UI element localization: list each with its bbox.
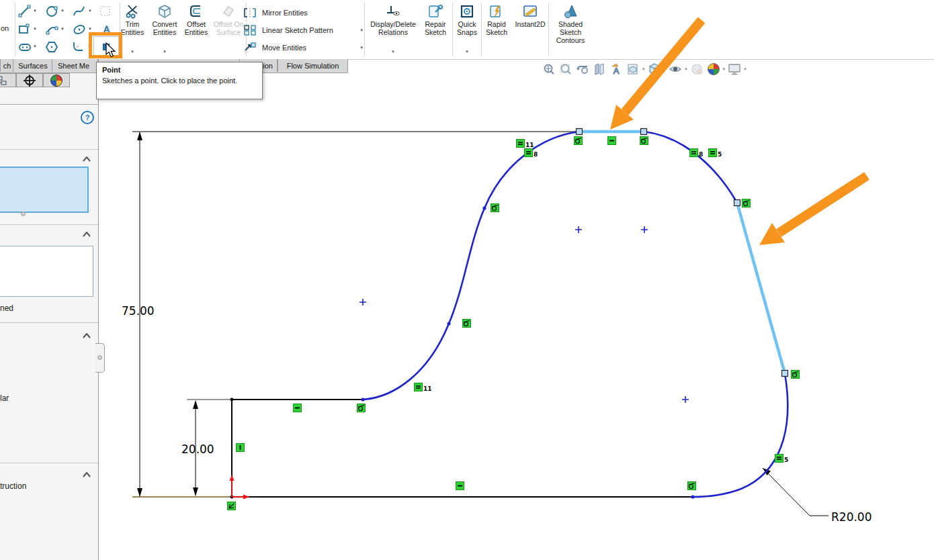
relation-badge-tangent[interactable] [357,404,366,412]
section-view-icon[interactable] [592,62,607,77]
spline-tool-dropdown[interactable]: ▾ [87,8,93,13]
hide-show-annotations-icon[interactable]: A [609,62,624,77]
view-selector-dropdown[interactable]: ▾ [642,66,645,72]
relation-badge-tangent[interactable] [640,136,648,145]
slot-tool-icon[interactable] [17,40,32,54]
dimension-20-text[interactable]: 20.00 [181,442,214,456]
dimension-75-text[interactable]: 75.00 [122,304,155,318]
circle-tool-dropdown[interactable]: ▾ [59,8,66,13]
display-delete-relations-dropdown[interactable]: ▾ [392,49,394,56]
dimension-r20[interactable]: R20.00 [763,468,872,524]
spline-tool-icon[interactable] [72,4,87,19]
sketch-spline-top-right[interactable] [644,132,737,203]
section-collapse-chevron[interactable] [82,329,91,334]
help-icon[interactable]: ? [81,111,94,124]
arc-tool-icon[interactable] [45,22,60,37]
dimension-20[interactable]: 20.00 [181,400,214,496]
relation-badge-tangent[interactable] [462,319,471,328]
section-collapse-chevron[interactable] [82,228,91,233]
trim-entities-dropdown[interactable]: ▾ [131,49,134,56]
slot-tool-dropdown[interactable]: ▾ [32,44,38,49]
relation-badge-tangent[interactable] [687,481,696,490]
linear-sketch-pattern-button[interactable]: Linear Sketch Pattern ▾ [243,21,364,39]
panel-graphics-divider[interactable] [98,59,99,560]
relation-badge-tangent[interactable] [574,136,583,145]
relation-badge-equal[interactable]: 11 [516,139,525,148]
convert-entities-dropdown[interactable]: ▾ [163,49,166,56]
sketch-origin[interactable] [230,475,250,500]
relation-badge-equal[interactable]: 5 [708,148,717,157]
zoom-to-fit-icon[interactable] [542,62,556,77]
relation-badge-equal[interactable]: 8 [524,148,533,157]
circle-tool-icon[interactable] [45,4,60,19]
endpoint-handle[interactable] [641,129,647,135]
relation-badge-horizontal[interactable] [293,404,302,412]
ellipse-tool-dropdown[interactable]: ▾ [87,26,93,32]
quick-snaps-button[interactable]: Quick Snaps ▾ [453,3,481,56]
sketch-point[interactable] [691,495,694,498]
feature-manager-tab[interactable] [0,73,16,87]
rectangle-tool-icon[interactable] [17,22,32,37]
relation-badge-horizontal[interactable] [607,136,616,145]
rapid-sketch-button[interactable]: Rapid Sketch [481,3,512,56]
view-orientation-dropdown[interactable]: ▾ [664,66,667,72]
hide-show-items-icon[interactable] [668,62,683,77]
sketch-point[interactable] [482,206,486,209]
display-style-icon[interactable] [689,62,704,77]
line-tool-dropdown[interactable]: ▾ [32,8,38,13]
rectangle-tool-dropdown[interactable]: ▾ [32,26,38,32]
view-selector-icon[interactable] [626,62,640,77]
arc-center-mark[interactable] [682,396,689,403]
tab-sheet-metal-clipped[interactable]: Sheet Me [52,59,98,72]
relation-badge-equal[interactable]: 5 [775,454,783,463]
sketch-point[interactable] [230,398,234,402]
relation-badge-equal[interactable]: 11 [414,383,423,391]
instant2d-button[interactable]: Instant2D [513,3,548,56]
relations-listbox[interactable] [0,246,93,297]
repair-sketch-button[interactable]: Repair Sketch [419,3,452,56]
move-entities-button[interactable]: Move Entities ▾ [243,39,364,56]
relation-badge-equal[interactable]: 8 [689,148,698,157]
shaded-sketch-contours-button[interactable]: Shaded Sketch Contours [550,3,591,56]
polygon-tool-icon[interactable] [44,40,59,54]
hide-show-items-dropdown[interactable]: ▾ [685,66,687,72]
arc-center-mark[interactable] [641,226,648,233]
quick-snaps-dropdown[interactable]: ▾ [466,49,468,56]
edit-appearance-dropdown[interactable]: ▾ [723,66,726,72]
relation-badge-tangent[interactable] [491,203,499,212]
sketch-point[interactable] [361,398,364,401]
endpoint-handle[interactable] [782,371,788,377]
sketch-point[interactable] [447,322,450,325]
arc-tool-dropdown[interactable]: ▾ [59,26,66,32]
dimension-75[interactable]: 75.00 [122,132,155,497]
sketch-point[interactable] [230,496,234,499]
view-orientation-cube-icon[interactable] [647,62,662,77]
sketch-fillet-tool-icon[interactable] [71,40,86,54]
edit-appearance-icon[interactable] [706,62,721,77]
display-manager-tab[interactable] [43,73,70,87]
group-resize-dot[interactable] [21,212,26,216]
previous-view-icon[interactable] [575,62,590,77]
arc-center-mark[interactable] [359,299,366,306]
section-collapse-chevron[interactable] [82,468,91,473]
panel-flyout-handle[interactable] [95,343,105,373]
arc-center-mark[interactable] [575,226,582,233]
dimension-r20-text[interactable]: R20.00 [831,510,872,524]
mirror-entities-button[interactable]: Mirror Entities [243,4,364,21]
ellipse-tool-icon[interactable] [72,22,87,37]
relation-badge-tangent[interactable] [791,370,800,379]
convert-entities-button[interactable]: Convert Entities ▾ [148,3,181,56]
display-delete-relations-button[interactable]: Display/Delete Relations ▾ [367,3,419,56]
selected-right-line[interactable] [737,203,785,373]
tab-flow-simulation[interactable]: Flow Simulation [278,59,348,72]
tab-surfaces[interactable]: Surfaces [13,59,53,72]
view-settings-icon[interactable] [727,62,742,77]
zoom-to-area-icon[interactable] [558,62,573,77]
endpoint-handle[interactable] [734,200,740,206]
selection-listbox[interactable] [0,167,89,213]
relation-badge-tangent[interactable] [742,199,751,207]
tab-sketch-clipped[interactable]: ch [0,59,14,72]
section-collapse-chevron[interactable] [82,152,91,158]
sketch-spline-left[interactable] [363,132,579,400]
offset-entities-button[interactable]: Offset Entities [181,3,212,56]
